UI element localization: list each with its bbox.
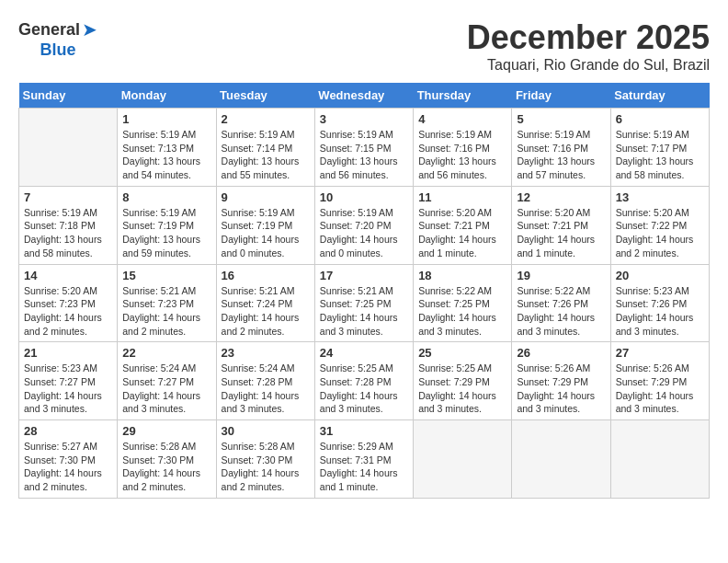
day-number: 24 [320, 346, 408, 360]
calendar-cell: 23Sunrise: 5:24 AM Sunset: 7:28 PM Dayli… [216, 342, 314, 420]
calendar-cell: 21Sunrise: 5:23 AM Sunset: 7:27 PM Dayli… [19, 342, 118, 420]
calendar-cell: 27Sunrise: 5:26 AM Sunset: 7:29 PM Dayli… [610, 342, 709, 420]
cell-sun-info: Sunrise: 5:21 AM Sunset: 7:24 PM Dayligh… [222, 284, 310, 339]
logo-bird-icon: ➤ [82, 18, 97, 40]
calendar-cell: 28Sunrise: 5:27 AM Sunset: 7:30 PM Dayli… [19, 420, 118, 499]
day-number: 4 [418, 112, 506, 126]
logo-blue-text: Blue [40, 40, 76, 59]
calendar-cell: 22Sunrise: 5:24 AM Sunset: 7:27 PM Dayli… [118, 342, 216, 420]
cell-sun-info: Sunrise: 5:28 AM Sunset: 7:30 PM Dayligh… [122, 440, 210, 494]
cell-sun-info: Sunrise: 5:19 AM Sunset: 7:16 PM Dayligh… [517, 128, 605, 182]
cell-sun-info: Sunrise: 5:19 AM Sunset: 7:20 PM Dayligh… [320, 206, 408, 260]
calendar-cell [610, 420, 709, 499]
cell-sun-info: Sunrise: 5:20 AM Sunset: 7:22 PM Dayligh… [616, 206, 704, 260]
day-number: 28 [24, 424, 112, 438]
day-number: 2 [222, 112, 310, 126]
cell-sun-info: Sunrise: 5:19 AM Sunset: 7:17 PM Dayligh… [616, 128, 704, 182]
calendar-header-row: Sunday Monday Tuesday Wednesday Thursday… [19, 83, 710, 109]
calendar-cell: 9Sunrise: 5:19 AM Sunset: 7:19 PM Daylig… [216, 186, 314, 264]
calendar-cell [414, 420, 512, 499]
day-number: 25 [418, 346, 506, 360]
calendar-cell: 1Sunrise: 5:19 AM Sunset: 7:13 PM Daylig… [118, 109, 216, 187]
calendar-cell: 31Sunrise: 5:29 AM Sunset: 7:31 PM Dayli… [314, 420, 413, 499]
day-number: 22 [122, 346, 210, 360]
calendar-cell: 20Sunrise: 5:23 AM Sunset: 7:26 PM Dayli… [610, 264, 709, 342]
calendar-cell: 4Sunrise: 5:19 AM Sunset: 7:16 PM Daylig… [414, 109, 512, 187]
calendar-cell: 10Sunrise: 5:19 AM Sunset: 7:20 PM Dayli… [314, 186, 413, 264]
day-number: 3 [320, 112, 408, 126]
logo-general-text: General [18, 20, 80, 40]
cell-sun-info: Sunrise: 5:19 AM Sunset: 7:19 PM Dayligh… [222, 206, 310, 260]
cell-sun-info: Sunrise: 5:20 AM Sunset: 7:21 PM Dayligh… [517, 206, 605, 260]
calendar-cell: 30Sunrise: 5:28 AM Sunset: 7:30 PM Dayli… [216, 420, 314, 499]
cell-sun-info: Sunrise: 5:29 AM Sunset: 7:31 PM Dayligh… [320, 440, 408, 494]
calendar-week-3: 14Sunrise: 5:20 AM Sunset: 7:23 PM Dayli… [19, 264, 710, 342]
day-number: 7 [24, 190, 112, 204]
col-wednesday: Wednesday [314, 83, 413, 109]
day-number: 27 [616, 346, 704, 360]
calendar-week-2: 7Sunrise: 5:19 AM Sunset: 7:18 PM Daylig… [19, 186, 710, 264]
month-title: December 2025 [467, 18, 710, 57]
day-number: 14 [24, 269, 112, 282]
cell-sun-info: Sunrise: 5:20 AM Sunset: 7:21 PM Dayligh… [418, 206, 506, 260]
day-number: 13 [616, 190, 704, 204]
cell-sun-info: Sunrise: 5:19 AM Sunset: 7:19 PM Dayligh… [122, 206, 210, 260]
cell-sun-info: Sunrise: 5:19 AM Sunset: 7:13 PM Dayligh… [122, 128, 210, 182]
day-number: 16 [222, 269, 310, 282]
cell-sun-info: Sunrise: 5:19 AM Sunset: 7:15 PM Dayligh… [320, 128, 408, 182]
day-number: 29 [122, 424, 210, 438]
day-number: 6 [616, 112, 704, 126]
calendar-cell [19, 109, 118, 187]
cell-sun-info: Sunrise: 5:26 AM Sunset: 7:29 PM Dayligh… [517, 362, 605, 416]
logo: General ➤ Blue [18, 18, 97, 60]
calendar-week-4: 21Sunrise: 5:23 AM Sunset: 7:27 PM Dayli… [19, 342, 710, 420]
calendar-cell: 24Sunrise: 5:25 AM Sunset: 7:28 PM Dayli… [314, 342, 413, 420]
day-number: 20 [616, 269, 704, 282]
calendar-table: Sunday Monday Tuesday Wednesday Thursday… [18, 83, 710, 499]
col-friday: Friday [512, 83, 610, 109]
cell-sun-info: Sunrise: 5:23 AM Sunset: 7:26 PM Dayligh… [616, 284, 704, 339]
day-number: 12 [517, 190, 605, 204]
day-number: 5 [517, 112, 605, 126]
cell-sun-info: Sunrise: 5:21 AM Sunset: 7:23 PM Dayligh… [122, 284, 210, 339]
col-sunday: Sunday [19, 83, 118, 109]
day-number: 26 [517, 346, 605, 360]
calendar-cell: 16Sunrise: 5:21 AM Sunset: 7:24 PM Dayli… [216, 264, 314, 342]
day-number: 17 [320, 269, 408, 282]
day-number: 15 [122, 269, 210, 282]
calendar-cell: 8Sunrise: 5:19 AM Sunset: 7:19 PM Daylig… [118, 186, 216, 264]
calendar-cell: 29Sunrise: 5:28 AM Sunset: 7:30 PM Dayli… [118, 420, 216, 499]
location-title: Taquari, Rio Grande do Sul, Brazil [467, 57, 710, 74]
calendar-cell: 6Sunrise: 5:19 AM Sunset: 7:17 PM Daylig… [610, 109, 709, 187]
day-number: 18 [418, 269, 506, 282]
day-number: 9 [222, 190, 310, 204]
cell-sun-info: Sunrise: 5:21 AM Sunset: 7:25 PM Dayligh… [320, 284, 408, 339]
calendar-cell [512, 420, 610, 499]
calendar-cell: 2Sunrise: 5:19 AM Sunset: 7:14 PM Daylig… [216, 109, 314, 187]
calendar-cell: 12Sunrise: 5:20 AM Sunset: 7:21 PM Dayli… [512, 186, 610, 264]
cell-sun-info: Sunrise: 5:19 AM Sunset: 7:18 PM Dayligh… [24, 206, 112, 260]
calendar-cell: 14Sunrise: 5:20 AM Sunset: 7:23 PM Dayli… [19, 264, 118, 342]
cell-sun-info: Sunrise: 5:26 AM Sunset: 7:29 PM Dayligh… [616, 362, 704, 416]
day-number: 11 [418, 190, 506, 204]
calendar-cell: 11Sunrise: 5:20 AM Sunset: 7:21 PM Dayli… [414, 186, 512, 264]
day-number: 10 [320, 190, 408, 204]
cell-sun-info: Sunrise: 5:20 AM Sunset: 7:23 PM Dayligh… [24, 284, 112, 339]
col-saturday: Saturday [610, 83, 709, 109]
day-number: 30 [222, 424, 310, 438]
cell-sun-info: Sunrise: 5:24 AM Sunset: 7:27 PM Dayligh… [122, 362, 210, 416]
cell-sun-info: Sunrise: 5:27 AM Sunset: 7:30 PM Dayligh… [24, 440, 112, 494]
day-number: 23 [222, 346, 310, 360]
calendar-week-1: 1Sunrise: 5:19 AM Sunset: 7:13 PM Daylig… [19, 109, 710, 187]
calendar-cell: 3Sunrise: 5:19 AM Sunset: 7:15 PM Daylig… [314, 109, 413, 187]
calendar-week-5: 28Sunrise: 5:27 AM Sunset: 7:30 PM Dayli… [19, 420, 710, 499]
cell-sun-info: Sunrise: 5:19 AM Sunset: 7:14 PM Dayligh… [222, 128, 310, 182]
calendar-cell: 5Sunrise: 5:19 AM Sunset: 7:16 PM Daylig… [512, 109, 610, 187]
calendar-cell: 18Sunrise: 5:22 AM Sunset: 7:25 PM Dayli… [414, 264, 512, 342]
cell-sun-info: Sunrise: 5:22 AM Sunset: 7:26 PM Dayligh… [517, 284, 605, 339]
page-header: General ➤ Blue December 2025 Taquari, Ri… [18, 18, 710, 74]
calendar-cell: 13Sunrise: 5:20 AM Sunset: 7:22 PM Dayli… [610, 186, 709, 264]
calendar-cell: 26Sunrise: 5:26 AM Sunset: 7:29 PM Dayli… [512, 342, 610, 420]
cell-sun-info: Sunrise: 5:25 AM Sunset: 7:29 PM Dayligh… [418, 362, 506, 416]
col-thursday: Thursday [414, 83, 512, 109]
